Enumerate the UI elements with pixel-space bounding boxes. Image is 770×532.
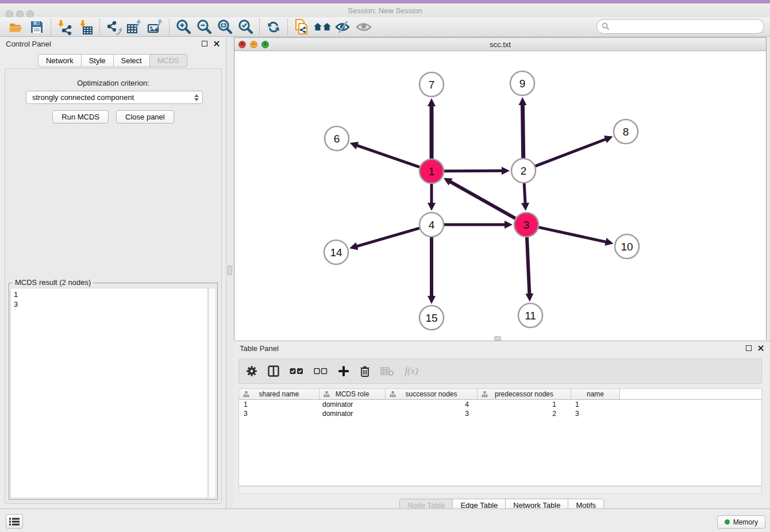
- zoom-in-button[interactable]: [173, 18, 194, 36]
- column-header-MCDS-role[interactable]: MCDS role: [319, 389, 386, 399]
- eye-icon: [355, 20, 372, 34]
- delete-column-button[interactable]: [360, 365, 370, 377]
- columns-icon: [268, 365, 279, 377]
- graph-edge-arrowhead: [605, 238, 613, 246]
- node-table[interactable]: shared nameMCDS rolesuccessor nodesprede…: [238, 388, 762, 486]
- graph-edge-3-11[interactable]: [527, 237, 529, 295]
- table-panel: Table Panel: [234, 341, 770, 508]
- import-table-button[interactable]: [75, 18, 96, 36]
- memory-status-icon: [725, 519, 730, 525]
- column-header-label: predecessor nodes: [495, 390, 553, 398]
- graph-node-label-8: 8: [623, 126, 629, 138]
- horizontal-splitter-grip[interactable]: [494, 336, 501, 341]
- graph-edge-2-3[interactable]: [524, 183, 525, 205]
- graph-edge-3-10[interactable]: [538, 228, 607, 242]
- toolbar-separator: [169, 19, 170, 35]
- zoom-selected-icon: [237, 18, 254, 36]
- column-header-shared-name[interactable]: shared name: [239, 389, 319, 399]
- open-file-button[interactable]: [6, 18, 26, 36]
- float-table-panel-icon[interactable]: [746, 345, 752, 351]
- graph-edge-arrowhead: [428, 203, 436, 211]
- table-cell: dominator: [319, 400, 386, 408]
- window-title: Session: New Session: [348, 6, 422, 15]
- show-all-button[interactable]: [353, 18, 374, 36]
- graph-edge-2-9[interactable]: [522, 103, 523, 158]
- graph-edge-4-14[interactable]: [356, 228, 419, 246]
- table-cell: 1: [239, 400, 319, 408]
- close-table-panel-icon[interactable]: [757, 345, 764, 352]
- window-titlebar: Session: New Session: [0, 3, 770, 17]
- table-row[interactable]: 1dominator411: [239, 400, 761, 409]
- table-toolbar: f(x): [238, 358, 762, 384]
- tab-network[interactable]: Network: [38, 54, 82, 67]
- memory-button[interactable]: Memory: [717, 515, 765, 529]
- import-network-button[interactable]: [55, 18, 75, 36]
- criterion-dropdown[interactable]: strongly connected component: [26, 91, 203, 104]
- select-all-columns-button[interactable]: [290, 368, 303, 375]
- graph-node-label-1: 1: [429, 165, 435, 178]
- graph-edge-arrowhead: [428, 98, 436, 106]
- create-column-button[interactable]: [338, 365, 349, 377]
- control-panel-tabs: NetworkStyleSelectMCDS: [0, 54, 226, 67]
- zoom-fit-button[interactable]: [214, 18, 235, 36]
- control-panel-title: Control Panel: [6, 40, 202, 48]
- graph-edge-2-8[interactable]: [536, 138, 607, 166]
- table-row[interactable]: 3dominator323: [239, 409, 761, 418]
- save-session-button[interactable]: [26, 18, 47, 36]
- column-header-successor-nodes[interactable]: successor nodes: [386, 389, 478, 399]
- table-horizontal-scrollbar[interactable]: [238, 486, 762, 494]
- hide-selected-button[interactable]: [333, 18, 353, 36]
- export-table-button[interactable]: [124, 18, 145, 36]
- import-table-icon: [78, 19, 94, 35]
- column-header-label: MCDS role: [336, 390, 369, 398]
- status-bar: Memory: [0, 508, 770, 532]
- float-panel-icon[interactable]: [202, 41, 207, 47]
- graph-edge-arrowhead: [350, 142, 359, 149]
- search-box[interactable]: [596, 19, 764, 34]
- graph-edge-1-6[interactable]: [356, 145, 419, 167]
- column-header-name[interactable]: name: [571, 389, 620, 399]
- panel-menu-button[interactable]: [6, 514, 23, 529]
- hierarchy-icon: [390, 391, 396, 397]
- column-header-predecessor-nodes[interactable]: predecessor nodes: [478, 389, 571, 399]
- first-neighbors-button[interactable]: [312, 18, 333, 36]
- zoom-out-button[interactable]: [194, 18, 214, 36]
- main-toolbar: [0, 17, 770, 37]
- graph-edge-1-2[interactable]: [444, 171, 503, 171]
- table-settings-button[interactable]: [246, 365, 257, 377]
- close-panel-button[interactable]: Close panel: [116, 110, 174, 124]
- refresh-button[interactable]: [263, 18, 284, 36]
- export-image-button[interactable]: [145, 18, 165, 36]
- table-cell: dominator: [319, 410, 386, 418]
- network-minimize-button[interactable]: −: [250, 41, 257, 48]
- search-input[interactable]: [613, 22, 757, 31]
- tab-select[interactable]: Select: [113, 54, 150, 67]
- mcds-result-text[interactable]: 13: [10, 288, 208, 498]
- vertical-splitter-grip[interactable]: [228, 265, 232, 275]
- zoom-selected-button[interactable]: [235, 18, 256, 36]
- mcds-result-line: 1: [14, 290, 205, 299]
- graph-edge-arrowhead: [519, 97, 527, 105]
- node-table-header: shared nameMCDS rolesuccessor nodesprede…: [239, 389, 761, 400]
- toolbar-separator: [287, 19, 288, 35]
- network-close-button[interactable]: ✕: [238, 41, 246, 48]
- network-maximize-button[interactable]: +: [261, 41, 269, 48]
- tab-style[interactable]: Style: [81, 54, 114, 67]
- run-mcds-button[interactable]: Run MCDS: [52, 110, 109, 124]
- network-view-window: scc.txt ✕ − + 7968124314101511: [234, 37, 767, 340]
- network-window-titlebar[interactable]: scc.txt ✕ − +: [234, 38, 766, 51]
- result-scrollbar[interactable]: [209, 288, 216, 498]
- import-network-icon: [57, 19, 73, 35]
- deselect-all-columns-button[interactable]: [314, 368, 328, 375]
- close-panel-icon[interactable]: [213, 40, 220, 47]
- show-column-panel-button[interactable]: [268, 365, 279, 377]
- export-image-icon: [147, 19, 164, 35]
- list-icon: [9, 518, 20, 526]
- mcds-result-group: MCDS result (2 nodes) 13: [9, 283, 218, 500]
- network-graph-canvas[interactable]: 7968124314101511: [234, 51, 766, 340]
- duplicate-network-button[interactable]: [291, 18, 312, 36]
- table-panel-title: Table Panel: [240, 344, 746, 353]
- export-network-button[interactable]: [103, 18, 124, 36]
- tab-mcds[interactable]: MCDS: [149, 54, 187, 67]
- graph-edge-3-1[interactable]: [449, 181, 515, 218]
